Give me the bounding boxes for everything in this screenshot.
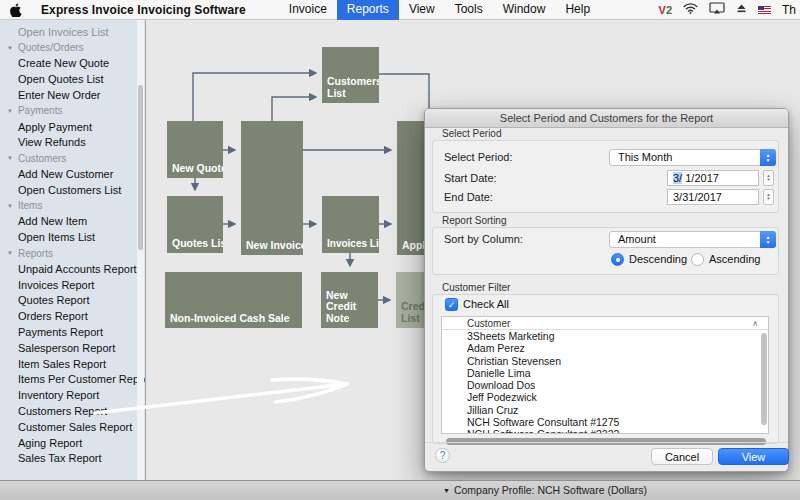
check-all-checkbox[interactable]: ✓ bbox=[445, 298, 458, 311]
menu-invoice[interactable]: Invoice bbox=[279, 0, 337, 20]
sidebar-item-open-quotes-list[interactable]: Open Quotes List bbox=[0, 71, 145, 87]
sidebar-item-unpaid-accounts-report[interactable]: Unpaid Accounts Report bbox=[0, 261, 145, 277]
sidebar-item-salesperson-report[interactable]: Salesperson Report bbox=[0, 340, 145, 356]
sidebar-item-add-new-item[interactable]: Add New Item bbox=[0, 214, 145, 230]
sort-by-column-dropdown[interactable]: Amount ▲▼ bbox=[609, 231, 776, 248]
menu-view[interactable]: View bbox=[399, 0, 445, 20]
v2-status-icon[interactable]: V2 bbox=[659, 4, 672, 16]
flow-box-customers-list[interactable]: Customers List bbox=[322, 47, 379, 103]
ascending-label: Ascending bbox=[709, 253, 760, 265]
customer-row[interactable]: Jeff Podezwick bbox=[442, 391, 768, 403]
sidebar-item-label: Items Per Customer Report bbox=[18, 373, 146, 385]
menu-tools[interactable]: Tools bbox=[445, 0, 493, 20]
status-bar: ▼Company Profile: NCH Software (Dollars) bbox=[0, 480, 800, 500]
sidebar-item-sales-tax-report[interactable]: Sales Tax Report bbox=[0, 451, 145, 467]
view-button[interactable]: View bbox=[718, 448, 789, 465]
sidebar-scrollbar[interactable] bbox=[137, 20, 144, 480]
sidebar-item-label: Open Invoices List bbox=[18, 26, 109, 38]
select-period-dropdown[interactable]: This Month ▲▼ bbox=[609, 149, 776, 166]
flow-box-new-quote[interactable]: New Quote bbox=[167, 121, 223, 178]
check-all-label: Check All bbox=[463, 297, 509, 311]
sidebar-item-quotes-report[interactable]: Quotes Report bbox=[0, 293, 145, 309]
sidebar-item-customer-sales-report[interactable]: Customer Sales Report bbox=[0, 419, 145, 435]
customer-list-scrollbar-thumb[interactable] bbox=[761, 333, 767, 425]
app-title: Express Invoice Invoicing Software bbox=[41, 3, 246, 17]
customer-row[interactable]: NCH Software Consultant #1275 bbox=[442, 416, 768, 428]
flow-box-non-invoiced-cash-sale[interactable]: Non-Invoiced Cash Sale bbox=[165, 272, 302, 328]
descending-label: Descending bbox=[629, 253, 687, 265]
radio-dot bbox=[611, 253, 624, 266]
sidebar-item-inventory-report[interactable]: Inventory Report bbox=[0, 387, 145, 403]
sidebar-item-customers-report[interactable]: Customers Report bbox=[0, 403, 145, 419]
menu-help[interactable]: Help bbox=[555, 0, 600, 20]
sidebar-item-apply-payment[interactable]: Apply Payment bbox=[0, 119, 145, 135]
start-date-stepper[interactable]: ▲▼ bbox=[763, 170, 774, 186]
group-label-customer-filter: Customer Filter bbox=[442, 282, 510, 293]
sidebar-item-label: Create New Quote bbox=[18, 57, 109, 69]
sidebar-item-view-refunds[interactable]: View Refunds bbox=[0, 135, 145, 151]
customer-row[interactable]: Danielle Lima bbox=[442, 367, 768, 379]
customer-row[interactable]: Adam Perez bbox=[442, 342, 768, 354]
select-period-value: This Month bbox=[618, 151, 672, 163]
sidebar-item-payments-report[interactable]: Payments Report bbox=[0, 324, 145, 340]
sidebar-item-open-invoices-list[interactable]: Open Invoices List bbox=[0, 24, 145, 40]
customer-row[interactable]: Christian Stevensen bbox=[442, 355, 768, 367]
flow-box-label: New Quote bbox=[172, 163, 223, 175]
customer-row[interactable]: 3Sheets Marketing bbox=[442, 330, 768, 342]
sidebar-item-label: Open Items List bbox=[18, 231, 95, 243]
sidebar-item-label: View Refunds bbox=[18, 136, 86, 148]
sidebar-scrollbar-thumb[interactable] bbox=[138, 85, 143, 250]
menu-reports[interactable]: Reports bbox=[337, 0, 399, 20]
sidebar-item-aging-report[interactable]: Aging Report bbox=[0, 435, 145, 451]
sidebar-item-enter-new-order[interactable]: Enter New Order bbox=[0, 87, 145, 103]
end-date-field[interactable]: 3/31/2017 bbox=[667, 189, 759, 205]
dropdown-stepper-icon: ▲▼ bbox=[760, 231, 776, 248]
menubar-clock[interactable]: Th bbox=[782, 3, 800, 17]
customer-list-scrollbar[interactable] bbox=[761, 331, 767, 431]
customer-column-header[interactable]: Customer ∧ bbox=[442, 317, 768, 330]
sidebar-item-orders-report[interactable]: Orders Report bbox=[0, 308, 145, 324]
apple-icon[interactable] bbox=[10, 3, 22, 17]
sidebar-item-item-sales-report[interactable]: Item Sales Report bbox=[0, 356, 145, 372]
ascending-radio[interactable]: Ascending bbox=[691, 252, 760, 266]
sidebar-item-open-items-list[interactable]: Open Items List bbox=[0, 229, 145, 245]
disclosure-triangle-icon: ▼ bbox=[7, 107, 13, 113]
sidebar-item-invoices-report[interactable]: Invoices Report bbox=[0, 277, 145, 293]
eject-icon[interactable] bbox=[736, 3, 747, 17]
sort-by-column-value: Amount bbox=[618, 233, 656, 245]
customer-row[interactable]: Jillian Cruz bbox=[442, 404, 768, 416]
flow-box-new-credit-note[interactable]: New Credit Note bbox=[321, 272, 378, 328]
sidebar-section-quotes-orders[interactable]: ▼Quotes/Orders bbox=[0, 40, 145, 56]
flow-box-invoices-list[interactable]: Invoices List bbox=[322, 196, 379, 253]
airplay-display-icon[interactable] bbox=[709, 2, 725, 17]
sort-ascending-icon: ∧ bbox=[752, 317, 758, 330]
sidebar-section-items[interactable]: ▼Items bbox=[0, 198, 145, 214]
customer-row[interactable]: NCH Software Consultant #2222 bbox=[442, 428, 768, 434]
company-profile-selector[interactable]: ▼Company Profile: NCH Software (Dollars) bbox=[443, 481, 647, 500]
sidebar-item-items-per-customer-report[interactable]: Items Per Customer Report bbox=[0, 372, 145, 388]
sidebar-section-reports[interactable]: ▼Reports bbox=[0, 245, 145, 261]
descending-radio[interactable]: Descending bbox=[611, 252, 687, 266]
sidebar-item-add-new-customer[interactable]: Add New Customer bbox=[0, 166, 145, 182]
sidebar-section-customers[interactable]: ▼Customers bbox=[0, 150, 145, 166]
customer-column-header-label: Customer bbox=[467, 318, 510, 329]
dropdown-stepper-icon: ▲▼ bbox=[760, 149, 776, 166]
menu-window[interactable]: Window bbox=[493, 0, 556, 20]
customer-row[interactable]: Download Dos bbox=[442, 379, 768, 391]
sidebar-item-label: Customer Sales Report bbox=[18, 421, 132, 433]
sort-by-column-label: Sort by Column: bbox=[444, 231, 523, 248]
sidebar-item-open-customers-list[interactable]: Open Customers List bbox=[0, 182, 145, 198]
flow-box-label: Customers List bbox=[327, 76, 379, 99]
cancel-button[interactable]: Cancel bbox=[651, 448, 713, 465]
help-button[interactable]: ? bbox=[435, 448, 450, 463]
input-language-flag-icon[interactable] bbox=[758, 6, 771, 14]
start-date-field[interactable]: 3/ 1/2017 bbox=[667, 170, 759, 186]
start-date-selected-segment: 3/ bbox=[673, 172, 682, 184]
end-date-stepper[interactable]: ▲▼ bbox=[763, 189, 774, 205]
flow-box-new-invoice[interactable]: New Invoice bbox=[241, 121, 303, 255]
sidebar-item-create-new-quote[interactable]: Create New Quote bbox=[0, 56, 145, 72]
wifi-icon[interactable] bbox=[683, 3, 698, 17]
sidebar-section-payments[interactable]: ▼Payments bbox=[0, 103, 145, 119]
customer-name: NCH Software Consultant #1275 bbox=[467, 416, 619, 428]
flow-box-quotes-list[interactable]: Quotes List bbox=[167, 196, 223, 253]
